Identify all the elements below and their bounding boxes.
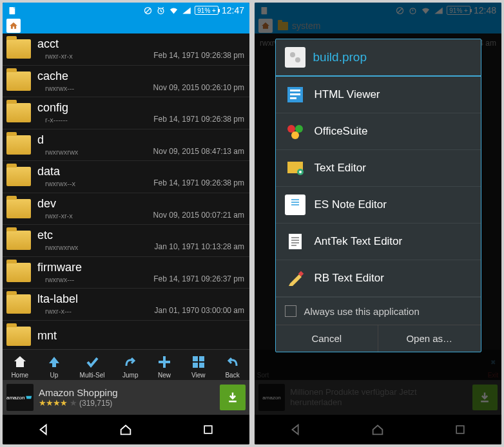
app-icon xyxy=(285,121,305,142)
app-icon xyxy=(285,158,305,178)
file-name: firmware xyxy=(37,262,244,274)
file-date: Nov 09, 2015 00:07:21 am xyxy=(153,211,244,220)
file-permissions: r-x------ xyxy=(45,116,68,124)
svg-rect-37 xyxy=(289,234,302,249)
svg-point-24 xyxy=(290,52,295,57)
phone-left: 91% + 12:47 acct rwxr-xr-x Feb 14, 1971 … xyxy=(3,3,249,444)
toolbar-view[interactable]: View xyxy=(190,354,207,379)
dialog-header: build.prop xyxy=(276,39,481,77)
svg-point-30 xyxy=(287,125,295,133)
file-row[interactable]: config r-x------ Feb 14, 1971 09:26:38 p… xyxy=(3,97,249,129)
folder-icon xyxy=(6,263,31,282)
app-icon xyxy=(285,84,305,105)
file-row[interactable]: dev rwxr-xr-x Nov 09, 2015 00:07:21 am xyxy=(3,193,249,225)
svg-line-2 xyxy=(146,8,151,13)
app-option[interactable]: RB Text Editor xyxy=(276,260,481,297)
app-option[interactable]: ES Note Editor xyxy=(276,187,481,224)
toolbar-multi-sel[interactable]: Multi-Sel xyxy=(80,354,105,379)
svg-line-5 xyxy=(161,11,162,12)
cancel-button[interactable]: Cancel xyxy=(276,325,379,352)
app-option[interactable]: OfficeSuite xyxy=(276,113,481,150)
recent-button[interactable] xyxy=(198,419,218,440)
svg-point-31 xyxy=(295,125,303,133)
app-option[interactable]: HTML Viewer xyxy=(276,77,481,113)
always-use-row[interactable]: Always use this application xyxy=(276,297,481,325)
file-list: acct rwxr-xr-x Feb 14, 1971 09:26:38 pm … xyxy=(3,33,249,349)
svg-rect-10 xyxy=(193,356,198,361)
file-date: Nov 09, 2015 08:47:13 am xyxy=(153,147,244,156)
toolbar-label: Multi-Sel xyxy=(80,372,105,379)
notepad-icon xyxy=(8,6,17,15)
svg-rect-12 xyxy=(193,363,198,368)
file-permissions: rwxr-x--- xyxy=(45,307,72,315)
toolbar-label: View xyxy=(191,372,206,379)
svg-rect-29 xyxy=(290,97,296,99)
file-row[interactable]: acct rwxr-xr-x Feb 14, 1971 09:26:38 pm xyxy=(3,33,249,66)
ad-banner[interactable]: amazon Amazon Shopping ★★★★★ (319,715) xyxy=(3,380,249,415)
clock-text: 12:47 xyxy=(222,5,244,15)
alarm-icon xyxy=(156,6,166,15)
toolbar-back[interactable]: Back xyxy=(224,354,241,379)
file-row[interactable]: lta-label rwxr-x--- Jan 01, 1970 03:00:0… xyxy=(3,289,249,321)
toolbar-label: Home xyxy=(11,372,28,379)
svg-rect-9 xyxy=(159,361,170,363)
folder-icon xyxy=(6,199,31,218)
file-date: Feb 14, 1971 09:26:37 pm xyxy=(153,274,244,283)
ad-title: Amazon Shopping xyxy=(39,387,215,398)
battery-icon: 91% + xyxy=(195,6,218,15)
open-as-button[interactable]: Open as… xyxy=(378,325,481,352)
app-label: OfficeSuite xyxy=(315,125,368,138)
download-icon[interactable] xyxy=(220,385,246,410)
file-row[interactable]: etc rwxrwxrwx Jan 10, 1971 10:13:28 am xyxy=(3,225,249,257)
svg-line-7 xyxy=(162,7,164,8)
file-permissions: rwxrwx--x xyxy=(45,180,75,187)
toolbar-label: Up xyxy=(50,372,58,379)
toolbar-up[interactable]: Up xyxy=(46,354,63,379)
app-label: RB Text Editor xyxy=(315,272,384,285)
home-button[interactable] xyxy=(115,419,136,440)
android-navbar xyxy=(3,415,249,444)
file-permissions: rwxrwxrwx xyxy=(45,148,78,156)
new-icon xyxy=(156,354,173,370)
file-name: config xyxy=(37,102,244,115)
folder-icon xyxy=(6,327,31,346)
file-row[interactable]: data rwxrwx--x Feb 14, 1971 09:26:38 pm xyxy=(3,161,249,193)
up-icon xyxy=(46,354,63,370)
file-name: data xyxy=(37,166,244,178)
back-button[interactable] xyxy=(34,419,54,440)
file-row[interactable]: d rwxrwxrwx Nov 09, 2015 08:47:13 am xyxy=(3,129,249,162)
file-date: Jan 10, 1971 10:13:28 am xyxy=(155,242,244,251)
home-icon[interactable] xyxy=(6,19,21,33)
toolbar-new[interactable]: New xyxy=(156,354,173,379)
folder-icon xyxy=(6,231,31,250)
file-icon xyxy=(285,47,305,68)
always-use-label: Always use this application xyxy=(304,306,420,317)
file-date: Nov 09, 2015 00:26:10 pm xyxy=(153,83,244,92)
file-row[interactable]: firmware rwxrwx--- Feb 14, 1971 09:26:37… xyxy=(3,257,249,289)
app-bar xyxy=(3,18,249,33)
file-date: Feb 14, 1971 09:26:38 pm xyxy=(153,115,244,124)
svg-rect-13 xyxy=(199,363,204,368)
no-sim-icon xyxy=(143,6,153,15)
file-permissions: rwxrwx--- xyxy=(45,84,74,92)
checkbox[interactable] xyxy=(285,305,296,317)
back-icon xyxy=(224,354,241,370)
svg-rect-14 xyxy=(229,401,237,403)
toolbar-label: Jump xyxy=(122,372,138,379)
svg-rect-23 xyxy=(287,50,303,65)
toolbar-jump[interactable]: Jump xyxy=(122,354,139,379)
phone-right: 91% + 12:48 system rwxrwx--- Jan 10, 197… xyxy=(255,3,501,444)
file-permissions: rwxrwx--- xyxy=(45,276,74,283)
file-row[interactable]: mnt xyxy=(3,321,249,350)
file-name: mnt xyxy=(37,330,244,343)
file-name: acct xyxy=(37,38,244,51)
app-option[interactable]: AntTek Text Editor xyxy=(276,224,481,260)
app-option[interactable]: Text Editor xyxy=(276,150,481,187)
dialog-overlay: build.prop HTML ViewerOfficeSuiteText Ed… xyxy=(255,3,501,444)
toolbar-home[interactable]: Home xyxy=(11,354,28,379)
signal-icon xyxy=(182,6,191,15)
open-with-dialog: build.prop HTML ViewerOfficeSuiteText Ed… xyxy=(275,39,481,352)
file-row[interactable]: cache rwxrwx--- Nov 09, 2015 00:26:10 pm xyxy=(3,66,249,98)
app-label: HTML Viewer xyxy=(315,88,380,101)
folder-icon xyxy=(6,103,31,122)
